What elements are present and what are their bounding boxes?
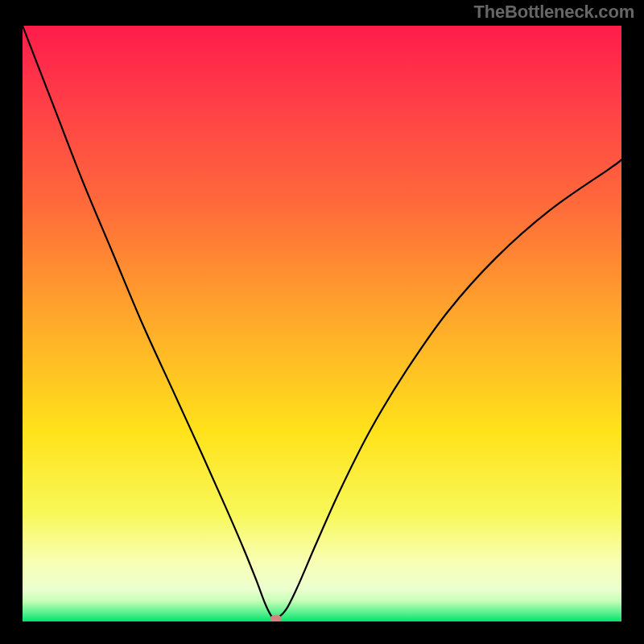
chart-frame: TheBottleneck.com [0, 0, 644, 644]
watermark-text: TheBottleneck.com [473, 2, 634, 23]
min-marker [270, 615, 281, 621]
plot-area [23, 26, 621, 621]
plot-svg [23, 26, 621, 621]
